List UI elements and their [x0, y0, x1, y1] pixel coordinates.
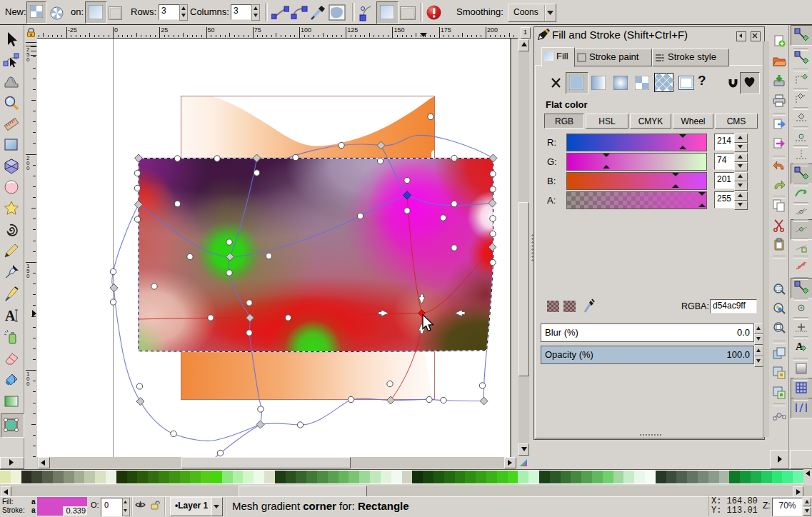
svg-text:A: A: [5, 308, 16, 323]
